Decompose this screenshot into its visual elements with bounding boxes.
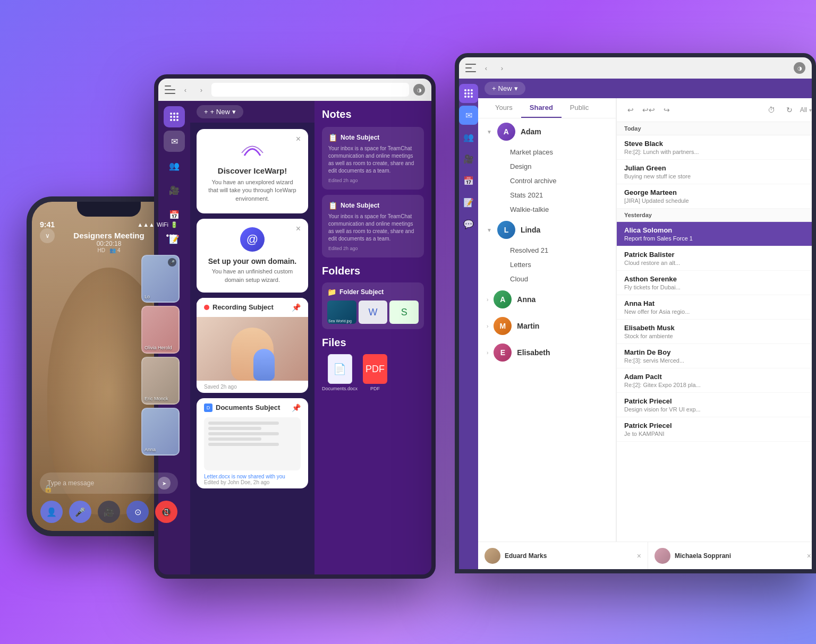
contact-group-header-martin[interactable]: › M Martin <box>478 313 616 339</box>
apps-grid-button[interactable] <box>164 106 185 127</box>
domain-close-button[interactable]: × <box>296 224 301 234</box>
toggle-line <box>465 71 476 72</box>
contact-group-linda: ▼ L Linda Resolved 21 Letters Cloud <box>478 217 616 286</box>
toggle-line <box>165 93 175 94</box>
folder-thumb-2: W <box>359 300 388 324</box>
doc-line <box>208 422 279 425</box>
sidebar-calendar-button[interactable]: 📅 <box>459 171 478 190</box>
sidebar-contacts-button[interactable]: 👥 <box>164 155 185 176</box>
tablet-right-browser-bar: ‹ › ◑ <box>459 57 812 79</box>
video-thumb-olivia: Olivia Herold <box>141 306 180 354</box>
doc-line <box>208 427 261 430</box>
contact-group-header-adam[interactable]: ▼ A Adam <box>478 118 616 145</box>
email-item-asthon-serenke[interactable]: Asthon Serenke Fly tickets for Dubai... <box>617 271 816 295</box>
toggle-line <box>165 85 171 87</box>
sidebar-video-button[interactable]: 🎥 <box>459 149 478 168</box>
sidebar-email-button[interactable]: ✉ <box>459 106 478 125</box>
email-item-martin-de-boy[interactable]: Martin De Boy Re:[3]: servis Merced... <box>617 344 816 368</box>
back-button[interactable]: ‹ <box>480 62 492 74</box>
theme-toggle-button[interactable]: ◑ <box>794 62 805 74</box>
contact-item-cloud[interactable]: Cloud <box>478 272 616 286</box>
sidebar-notes-button[interactable]: 📝 <box>459 193 478 212</box>
toy-figure <box>253 349 275 381</box>
tab-public[interactable]: Public <box>562 98 597 118</box>
email-item-elisabeth-musk[interactable]: Elisabeth Musk Stock for ambiente <box>617 320 816 344</box>
sidebar-toggle-button[interactable] <box>165 85 175 94</box>
refresh-button[interactable]: ↻ <box>782 102 797 117</box>
domain-icon: @ <box>240 227 265 252</box>
apps-grid-button[interactable] <box>459 84 478 103</box>
contact-group-anna: › A Anna <box>478 286 616 313</box>
pin-icon: 📌 <box>292 403 301 412</box>
email-item-steve-black[interactable]: Steve Black Re:[2]: Lunch with partners.… <box>617 135 816 160</box>
reply-all-button[interactable]: ↩↩ <box>641 102 656 117</box>
email-item-anna-hat[interactable]: Anna Hat New offer for Asia regio... <box>617 295 816 320</box>
contact-group-header-anna[interactable]: › A Anna <box>478 286 616 313</box>
contact-group-header-linda[interactable]: ▼ L Linda <box>478 217 616 243</box>
url-bar[interactable] <box>211 83 409 97</box>
folder-card: 📁 Folder Subject Sea World.jpg W S <box>322 282 424 329</box>
phone-message-bar[interactable]: Type a message ➤ <box>40 473 178 494</box>
signal-icon: ▲▲▲ <box>137 221 155 228</box>
contact-item-letters[interactable]: Letters <box>478 257 616 272</box>
email-item-patrick-priecel-1[interactable]: Patrick Priecel Design vision for VR UI … <box>617 393 816 417</box>
phone-device: 9:41 ▲▲▲ WiFi 🔋 ∨ Designers Meeting 00:2… <box>27 196 191 536</box>
folder-thumb-3: S <box>389 300 419 324</box>
theme-toggle-button[interactable]: ◑ <box>413 84 425 96</box>
new-button[interactable]: + New ▾ <box>484 82 525 95</box>
chevron-right-icon: › <box>487 297 488 303</box>
icewarp-logo <box>239 140 266 161</box>
files-section-title: Files <box>322 337 424 349</box>
video-button[interactable]: 🎥 <box>98 501 120 523</box>
tab-yours[interactable]: Yours <box>487 98 521 118</box>
close-chat-button-1[interactable]: × <box>637 552 641 560</box>
end-call-button[interactable]: 📵 <box>155 501 177 523</box>
contact-item-walkie-talkie[interactable]: Walkie-talkie <box>478 202 616 217</box>
avatar-adam: A <box>497 123 515 141</box>
contact-item-design[interactable]: Design <box>478 159 616 174</box>
email-item-patrick-balister[interactable]: Patrick Balister Cloud restore an alt... <box>617 246 816 271</box>
sidebar-email-button[interactable]: ✉ <box>164 131 185 152</box>
phone-notch <box>77 202 141 217</box>
contact-item-market-places[interactable]: Market places <box>478 145 616 159</box>
avatar-elisabeth: E <box>494 344 512 362</box>
sidebar-contacts-button[interactable]: 👥 <box>459 127 478 147</box>
email-item-adam-paclt[interactable]: Adam Paclt Re:[2]: Gitex Expo 2018 pla..… <box>617 368 816 393</box>
contacts-button[interactable]: 👤 <box>40 501 63 523</box>
tablet-right-toolbar: + New ▾ <box>478 79 816 98</box>
chat-bar-item-1[interactable]: Eduard Marks × <box>478 542 648 569</box>
clock-button[interactable]: ⏱ <box>764 102 779 117</box>
email-item-patrick-priecel-2[interactable]: Patrick Priecel Je to KAMPANI <box>617 417 816 442</box>
contact-item-control-archive[interactable]: Control archive <box>478 174 616 188</box>
contact-group-header-elisabeth[interactable]: › E Elisabeth <box>478 339 616 366</box>
tablet-left-device: ‹ › ◑ ✉ 👥 🎥 📅 📝 💬 ✓ W ✕ 🗑 <box>154 74 436 579</box>
email-item-george-marteen[interactable]: George Marteen [JIRA] Updated schedule <box>617 184 816 209</box>
chat-bar-item-2[interactable]: Michaela Sopprani × <box>648 542 816 569</box>
close-chat-button-2[interactable]: × <box>807 552 811 560</box>
mic-icon: 🎤 <box>168 258 176 267</box>
new-button[interactable]: + + New ▾ <box>197 105 243 118</box>
sidebar-toggle-button[interactable] <box>465 64 476 72</box>
reply-button[interactable]: ↩ <box>623 102 638 117</box>
forward-button[interactable]: ↪ <box>659 102 674 117</box>
email-preview: New offer for Asia regio... <box>624 308 811 315</box>
discover-close-button[interactable]: × <box>296 134 301 144</box>
back-button[interactable]: ‹ <box>180 84 191 96</box>
participants-icon: 👥 <box>109 247 116 253</box>
phone-more-button[interactable]: ••• <box>163 228 178 243</box>
forward-button[interactable]: › <box>196 84 207 96</box>
tab-shared[interactable]: Shared <box>521 98 562 118</box>
filter-dropdown[interactable]: All ▾ <box>800 106 812 114</box>
email-item-julian-green[interactable]: Julian Green Buying new stuff ice store <box>617 160 816 184</box>
email-sender: Alica Solomon <box>624 226 811 234</box>
forward-button[interactable]: › <box>496 62 508 74</box>
email-item-alica-solomon[interactable]: Alica Solomon Report from Sales Force 1 <box>617 222 816 246</box>
contact-item-stats-2021[interactable]: Stats 2021 <box>478 188 616 202</box>
video-icon: 🎥 <box>463 154 474 164</box>
contact-item-resolved-21[interactable]: Resolved 21 <box>478 243 616 257</box>
microphone-button[interactable]: 🎤 <box>69 501 91 523</box>
send-button[interactable]: ➤ <box>158 477 171 490</box>
sidebar-chat-button[interactable]: 💬 <box>459 214 478 234</box>
screen-share-button[interactable]: ⊙ <box>126 501 149 523</box>
sidebar-video-button[interactable]: 🎥 <box>164 179 185 201</box>
